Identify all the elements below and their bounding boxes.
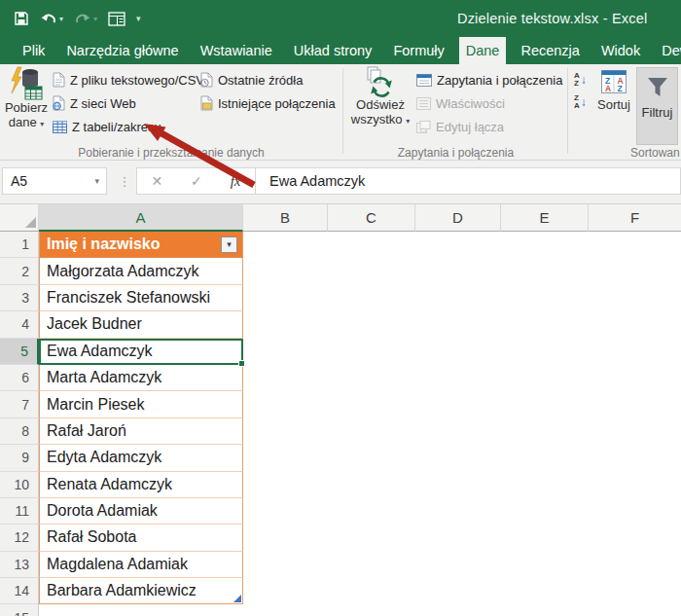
formula-input[interactable]: Ewa Adamczyk	[256, 167, 681, 195]
edit-links-button: Edytuj łącza	[416, 115, 562, 138]
queries-connections-label: Zapytania i połączenia	[437, 73, 562, 88]
from-text-csv-button[interactable]: Z pliku tekstowego/CSV	[53, 68, 204, 91]
active-cell[interactable]: Ewa Adamczyk	[39, 339, 243, 365]
row-header[interactable]: 6	[0, 365, 39, 391]
cell[interactable]: Rafał Sobota	[39, 525, 243, 551]
cell[interactable]: Renata Adamczyk	[39, 472, 243, 498]
row-header[interactable]: 14	[0, 578, 39, 604]
sort-az-arrow-icon: ↓	[581, 74, 587, 86]
cancel-icon[interactable]: ✕	[151, 173, 162, 189]
tab-formuly[interactable]: Formuły	[393, 37, 444, 64]
row-header[interactable]: 8	[0, 418, 39, 445]
tab-deweloper[interactable]: Deweloper	[662, 37, 681, 64]
table-row: 13Magdalena Adamiak	[0, 552, 681, 578]
fill-handle[interactable]	[238, 360, 245, 367]
row-header[interactable]: 2	[0, 258, 39, 284]
row-header[interactable]: 4	[0, 311, 39, 338]
cell[interactable]: Jacek Budner	[39, 311, 243, 338]
cell[interactable]: Edyta Adamczyk	[39, 445, 243, 471]
recent-sources-button[interactable]: Ostatnie źródła	[200, 68, 336, 91]
from-web-label: Z sieci Web	[70, 96, 136, 111]
title-bar: ▾ ▾ ▾ Dzielenie tekstow.xlsx - Excel	[0, 0, 681, 37]
cell[interactable]: Rafał Jaroń	[39, 418, 243, 445]
cell[interactable]: Magdalena Adamiak	[39, 552, 243, 578]
sort-descending-button[interactable]: ZA ↓	[574, 94, 587, 110]
edit-links-icon	[416, 121, 431, 133]
column-header-a[interactable]: A	[39, 204, 243, 232]
table-resize-handle[interactable]	[233, 595, 241, 602]
customize-qat-icon[interactable]: ▾	[136, 14, 141, 23]
funnel-icon	[645, 76, 670, 99]
enter-icon[interactable]: ✓	[191, 173, 202, 189]
column-header-b[interactable]: B	[243, 204, 328, 232]
column-header-c[interactable]: C	[328, 204, 415, 232]
ribbon-tab-bar: Plik Narzędzia główne Wstawianie Układ s…	[0, 37, 681, 64]
table-row: 11Dorota Adamiak	[0, 498, 681, 525]
refresh-all-label-line1: Odśwież	[356, 97, 405, 112]
row-header[interactable]: 7	[0, 391, 39, 417]
group-label-get-transform: Pobieranie i przekształcanie danych	[0, 146, 342, 160]
sort-za-icon: ZA	[574, 94, 580, 110]
column-header-e[interactable]: E	[501, 204, 589, 232]
sort-az-icon: AZ	[574, 72, 580, 88]
row-header[interactable]: 9	[0, 445, 39, 471]
sort-button[interactable]: Z A A Z Sortuj	[593, 70, 634, 112]
queries-connections-button[interactable]: Zapytania i połączenia	[416, 68, 562, 91]
ribbon: Pobierz dane ▾ Z pliku tekstowego/CSV Z …	[0, 64, 681, 161]
undo-caret-icon[interactable]: ▾	[59, 15, 63, 23]
column-filter-button[interactable]: ▾	[221, 236, 237, 253]
row-header[interactable]: 11	[0, 498, 39, 525]
cell[interactable]: Barbara Adamkiewicz	[39, 578, 243, 604]
name-box-caret-icon[interactable]: ▾	[94, 176, 99, 186]
cell[interactable]: Dorota Adamiak	[39, 498, 243, 525]
get-data-button[interactable]: Pobierz dane ▾	[2, 66, 51, 131]
refresh-all-label-line2: wszystko	[351, 112, 403, 127]
table-row: 2Małgorzata Adamczyk	[0, 258, 681, 284]
properties-button: Właściwości	[416, 91, 562, 115]
tab-dane[interactable]: Dane	[459, 37, 507, 64]
table-header-cell[interactable]: Imię i nazwisko ▾	[39, 232, 243, 258]
tab-narzedzia-glowne[interactable]: Narzędzia główne	[66, 37, 178, 64]
insert-function-icon[interactable]: fx	[231, 173, 241, 190]
from-text-csv-label: Z pliku tekstowego/CSV	[70, 73, 204, 88]
formula-bar: A5 ▾ ⋮ ✕ ✓ fx Ewa Adamczyk	[0, 161, 681, 204]
table-row: 7Marcin Piesek	[0, 391, 681, 417]
row-header[interactable]: 15	[0, 604, 39, 616]
form-icon	[108, 12, 125, 26]
sort-ascending-button[interactable]: AZ ↓	[574, 72, 587, 88]
name-box-value: A5	[11, 173, 27, 189]
get-data-icon	[9, 66, 44, 100]
filter-button[interactable]: Filtruj	[636, 67, 678, 145]
existing-connections-button[interactable]: Istniejące połączenia	[200, 91, 336, 115]
tab-widok[interactable]: Widok	[601, 37, 640, 64]
cell[interactable]: Marta Adamczyk	[39, 365, 243, 391]
from-table-range-button[interactable]: Z tabeli/zakresu	[53, 115, 204, 138]
tab-recenzja[interactable]: Recenzja	[520, 37, 579, 64]
row-header[interactable]: 3	[0, 285, 39, 311]
sort-za-arrow-icon: ↓	[581, 96, 587, 108]
save-button[interactable]	[14, 11, 29, 26]
tab-uklad-strony[interactable]: Układ strony	[294, 37, 373, 64]
tab-wstawianie[interactable]: Wstawianie	[200, 37, 272, 64]
column-header-d[interactable]: D	[415, 204, 501, 232]
undo-button[interactable]: ▾	[40, 11, 63, 26]
cell[interactable]: Marcin Piesek	[39, 391, 243, 417]
row-header[interactable]: 1	[0, 232, 39, 258]
row-header[interactable]: 5	[0, 339, 39, 365]
svg-text:A: A	[605, 84, 611, 93]
cell[interactable]: Małgorzata Adamczyk	[39, 258, 243, 284]
row-header[interactable]: 12	[0, 525, 39, 551]
refresh-all-button[interactable]: Odśwież wszystko ▾	[348, 66, 412, 128]
form-view-button[interactable]	[108, 12, 125, 26]
name-box[interactable]: A5 ▾	[2, 167, 107, 195]
filter-caret-icon: ▾	[227, 239, 232, 249]
cell[interactable]	[39, 604, 243, 616]
cell[interactable]: Franciszek Stefanowski	[39, 285, 243, 311]
tab-plik[interactable]: Plik	[22, 37, 45, 64]
from-web-button[interactable]: Z sieci Web	[53, 91, 204, 115]
row-header[interactable]: 10	[0, 472, 39, 498]
formula-bar-grip-icon: ⋮	[117, 167, 132, 195]
row-header[interactable]: 13	[0, 552, 39, 578]
column-header-f[interactable]: F	[589, 204, 681, 232]
select-all-corner[interactable]	[0, 204, 39, 232]
